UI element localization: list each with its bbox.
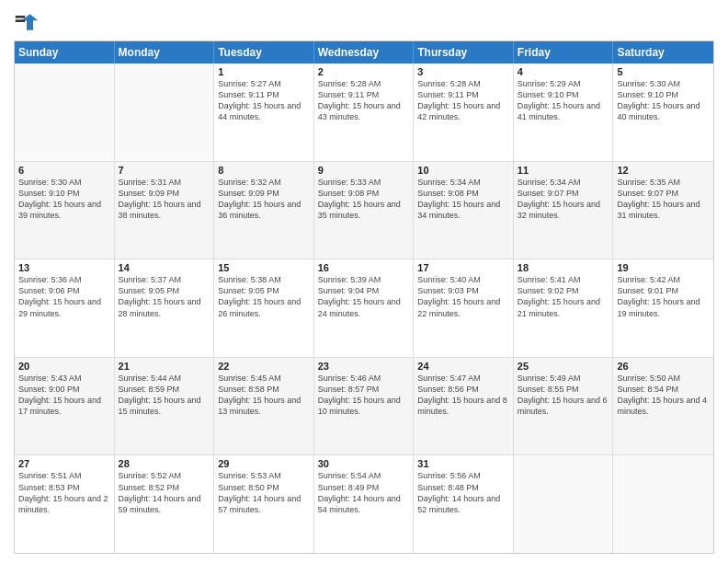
day-number: 5	[617, 66, 710, 77]
day-number: 12	[617, 165, 710, 176]
day-number: 20	[18, 361, 110, 372]
calendar-cell: 20Sunrise: 5:43 AM Sunset: 9:00 PM Dayli…	[15, 358, 115, 455]
day-info: Sunrise: 5:29 AM Sunset: 9:10 PM Dayligh…	[518, 78, 609, 123]
day-info: Sunrise: 5:36 AM Sunset: 9:06 PM Dayligh…	[18, 274, 110, 319]
day-number: 28	[119, 458, 210, 469]
calendar-cell: 17Sunrise: 5:40 AM Sunset: 9:03 PM Dayli…	[414, 259, 514, 357]
day-info: Sunrise: 5:56 AM Sunset: 8:48 PM Dayligh…	[417, 470, 509, 515]
calendar-cell: 7Sunrise: 5:31 AM Sunset: 9:09 PM Daylig…	[115, 162, 215, 259]
day-info: Sunrise: 5:41 AM Sunset: 9:02 PM Dayligh…	[518, 274, 609, 319]
day-number: 29	[218, 458, 310, 469]
calendar-cell: 25Sunrise: 5:49 AM Sunset: 8:55 PM Dayli…	[514, 358, 614, 455]
logo	[14, 9, 43, 35]
day-info: Sunrise: 5:46 AM Sunset: 8:57 PM Dayligh…	[318, 373, 410, 418]
day-number: 13	[18, 262, 110, 273]
calendar-cell: 27Sunrise: 5:51 AM Sunset: 8:53 PM Dayli…	[15, 455, 115, 553]
calendar-cell: 8Sunrise: 5:32 AM Sunset: 9:09 PM Daylig…	[214, 162, 314, 259]
day-number: 30	[318, 458, 410, 469]
calendar-cell: 6Sunrise: 5:30 AM Sunset: 9:10 PM Daylig…	[15, 162, 115, 259]
weekday-header: Tuesday	[214, 41, 314, 63]
calendar-cell: 18Sunrise: 5:41 AM Sunset: 9:02 PM Dayli…	[514, 259, 614, 357]
day-info: Sunrise: 5:54 AM Sunset: 8:49 PM Dayligh…	[318, 470, 410, 515]
day-info: Sunrise: 5:28 AM Sunset: 9:11 PM Dayligh…	[318, 78, 410, 123]
calendar-cell: 13Sunrise: 5:36 AM Sunset: 9:06 PM Dayli…	[15, 259, 115, 357]
day-number: 6	[18, 165, 110, 176]
day-info: Sunrise: 5:33 AM Sunset: 9:08 PM Dayligh…	[318, 177, 410, 222]
day-info: Sunrise: 5:47 AM Sunset: 8:56 PM Dayligh…	[417, 373, 509, 418]
day-number: 31	[417, 458, 509, 469]
calendar-row: 20Sunrise: 5:43 AM Sunset: 9:00 PM Dayli…	[15, 357, 713, 455]
day-info: Sunrise: 5:37 AM Sunset: 9:05 PM Dayligh…	[119, 274, 210, 319]
calendar-cell: 24Sunrise: 5:47 AM Sunset: 8:56 PM Dayli…	[414, 358, 514, 455]
calendar-cell: 16Sunrise: 5:39 AM Sunset: 9:04 PM Dayli…	[314, 259, 415, 357]
calendar-cell	[15, 63, 115, 161]
day-info: Sunrise: 5:38 AM Sunset: 9:05 PM Dayligh…	[218, 274, 310, 319]
calendar-cell: 15Sunrise: 5:38 AM Sunset: 9:05 PM Dayli…	[214, 259, 314, 357]
day-number: 24	[417, 361, 509, 372]
calendar-row: 6Sunrise: 5:30 AM Sunset: 9:10 PM Daylig…	[15, 161, 713, 259]
day-number: 25	[518, 361, 609, 372]
day-number: 17	[417, 262, 509, 273]
weekday-header: Wednesday	[314, 41, 415, 63]
weekday-header: Thursday	[414, 41, 514, 63]
weekday-header: Monday	[115, 41, 215, 63]
calendar: SundayMondayTuesdayWednesdayThursdayFrid…	[14, 40, 714, 554]
calendar-cell	[115, 63, 215, 161]
day-info: Sunrise: 5:30 AM Sunset: 9:10 PM Dayligh…	[18, 177, 110, 222]
weekday-header: Saturday	[613, 41, 713, 63]
calendar-cell	[514, 455, 614, 553]
calendar-cell: 30Sunrise: 5:54 AM Sunset: 8:49 PM Dayli…	[314, 455, 415, 553]
logo-icon	[14, 9, 40, 35]
calendar-row: 1Sunrise: 5:27 AM Sunset: 9:11 PM Daylig…	[15, 63, 713, 161]
day-info: Sunrise: 5:40 AM Sunset: 9:03 PM Dayligh…	[417, 274, 509, 319]
calendar-row: 27Sunrise: 5:51 AM Sunset: 8:53 PM Dayli…	[15, 454, 713, 553]
day-info: Sunrise: 5:52 AM Sunset: 8:52 PM Dayligh…	[119, 470, 210, 515]
day-number: 4	[518, 66, 609, 77]
day-info: Sunrise: 5:44 AM Sunset: 8:59 PM Dayligh…	[119, 373, 210, 418]
day-number: 23	[318, 361, 410, 372]
calendar-cell: 31Sunrise: 5:56 AM Sunset: 8:48 PM Dayli…	[414, 455, 514, 553]
calendar-cell: 11Sunrise: 5:34 AM Sunset: 9:07 PM Dayli…	[514, 162, 614, 259]
day-info: Sunrise: 5:35 AM Sunset: 9:07 PM Dayligh…	[617, 177, 710, 222]
day-number: 3	[417, 66, 509, 77]
day-info: Sunrise: 5:30 AM Sunset: 9:10 PM Dayligh…	[617, 78, 710, 123]
day-number: 19	[617, 262, 710, 273]
day-number: 21	[119, 361, 210, 372]
calendar-row: 13Sunrise: 5:36 AM Sunset: 9:06 PM Dayli…	[15, 259, 713, 357]
calendar-body: 1Sunrise: 5:27 AM Sunset: 9:11 PM Daylig…	[15, 63, 713, 553]
calendar-cell: 22Sunrise: 5:45 AM Sunset: 8:58 PM Dayli…	[214, 358, 314, 455]
calendar-cell: 29Sunrise: 5:53 AM Sunset: 8:50 PM Dayli…	[214, 455, 314, 553]
calendar-cell: 26Sunrise: 5:50 AM Sunset: 8:54 PM Dayli…	[613, 358, 713, 455]
svg-rect-2	[16, 16, 26, 18]
calendar-cell: 1Sunrise: 5:27 AM Sunset: 9:11 PM Daylig…	[214, 63, 314, 161]
day-info: Sunrise: 5:28 AM Sunset: 9:11 PM Dayligh…	[417, 78, 509, 123]
day-info: Sunrise: 5:45 AM Sunset: 8:58 PM Dayligh…	[218, 373, 310, 418]
day-number: 10	[417, 165, 509, 176]
svg-rect-3	[16, 19, 26, 22]
calendar-cell: 4Sunrise: 5:29 AM Sunset: 9:10 PM Daylig…	[514, 63, 614, 161]
day-number: 18	[518, 262, 609, 273]
day-number: 9	[318, 165, 410, 176]
calendar-cell: 3Sunrise: 5:28 AM Sunset: 9:11 PM Daylig…	[414, 63, 514, 161]
day-number: 7	[119, 165, 210, 176]
day-info: Sunrise: 5:32 AM Sunset: 9:09 PM Dayligh…	[218, 177, 310, 222]
day-info: Sunrise: 5:49 AM Sunset: 8:55 PM Dayligh…	[518, 373, 609, 418]
day-number: 11	[518, 165, 609, 176]
calendar-cell: 9Sunrise: 5:33 AM Sunset: 9:08 PM Daylig…	[314, 162, 415, 259]
day-info: Sunrise: 5:39 AM Sunset: 9:04 PM Dayligh…	[318, 274, 410, 319]
day-number: 2	[318, 66, 410, 77]
calendar-cell	[613, 455, 713, 553]
day-info: Sunrise: 5:42 AM Sunset: 9:01 PM Dayligh…	[617, 274, 710, 319]
day-info: Sunrise: 5:50 AM Sunset: 8:54 PM Dayligh…	[617, 373, 710, 418]
day-number: 1	[218, 66, 310, 77]
weekday-header: Sunday	[15, 41, 115, 63]
calendar-cell: 12Sunrise: 5:35 AM Sunset: 9:07 PM Dayli…	[613, 162, 713, 259]
day-info: Sunrise: 5:34 AM Sunset: 9:07 PM Dayligh…	[518, 177, 609, 222]
day-info: Sunrise: 5:53 AM Sunset: 8:50 PM Dayligh…	[218, 470, 310, 515]
page: SundayMondayTuesdayWednesdayThursdayFrid…	[0, 0, 728, 563]
calendar-cell: 19Sunrise: 5:42 AM Sunset: 9:01 PM Dayli…	[613, 259, 713, 357]
weekday-header: Friday	[514, 41, 614, 63]
calendar-cell: 10Sunrise: 5:34 AM Sunset: 9:08 PM Dayli…	[414, 162, 514, 259]
calendar-cell: 21Sunrise: 5:44 AM Sunset: 8:59 PM Dayli…	[115, 358, 215, 455]
calendar-cell: 23Sunrise: 5:46 AM Sunset: 8:57 PM Dayli…	[314, 358, 415, 455]
